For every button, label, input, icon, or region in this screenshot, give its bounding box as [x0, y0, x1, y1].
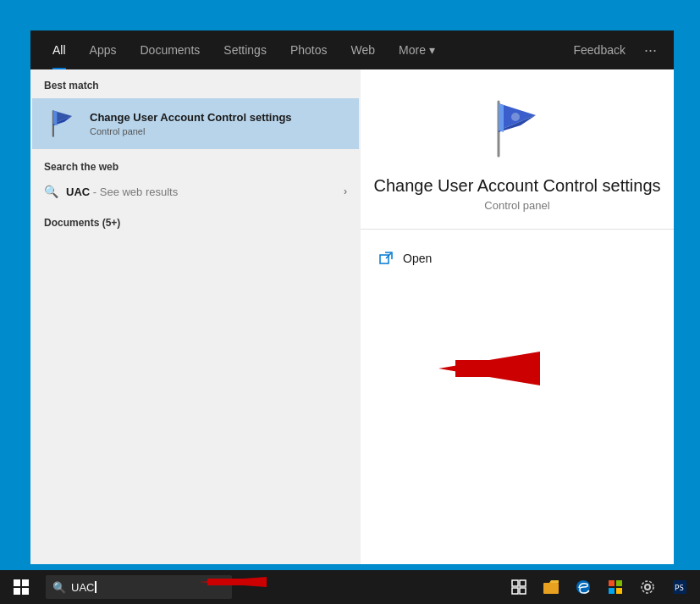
- svg-rect-25: [609, 580, 615, 586]
- more-options-button[interactable]: ···: [637, 42, 664, 59]
- app-category: Control panel: [484, 199, 549, 212]
- svg-marker-9: [499, 103, 504, 132]
- svg-rect-20: [520, 580, 526, 586]
- tab-more[interactable]: More ▾: [387, 30, 447, 69]
- svg-text:PS: PS: [675, 584, 684, 592]
- app-icon-large: [483, 95, 551, 163]
- open-icon: [378, 250, 394, 267]
- left-panel: Best match Change User Account: [30, 69, 361, 564]
- nav-bar: All Apps Documents Settings Photos Web M…: [30, 30, 674, 69]
- feedback-button[interactable]: Feedback: [562, 43, 637, 57]
- best-match-label: Best match: [30, 69, 361, 98]
- search-bar-icon: 🔍: [52, 581, 66, 594]
- best-match-item[interactable]: Change User Account Control settings Con…: [32, 98, 359, 149]
- taskbar-icons: PS: [505, 570, 700, 604]
- tab-photos[interactable]: Photos: [278, 30, 339, 69]
- store-button[interactable]: [602, 570, 629, 604]
- svg-point-29: [645, 585, 650, 590]
- main-content: Best match Change User Account: [30, 69, 674, 564]
- edge-button[interactable]: [570, 570, 597, 604]
- svg-marker-4: [53, 110, 57, 125]
- svg-rect-15: [14, 579, 20, 586]
- powershell-button[interactable]: PS: [666, 570, 693, 604]
- text-cursor: [95, 581, 96, 593]
- right-panel: Change User Account Control settings Con…: [361, 69, 674, 564]
- divider: [361, 229, 674, 230]
- open-button-row[interactable]: Open: [361, 243, 674, 274]
- svg-rect-22: [520, 588, 526, 594]
- tab-web[interactable]: Web: [339, 30, 387, 69]
- settings-button[interactable]: [634, 570, 661, 604]
- start-button[interactable]: [0, 570, 42, 604]
- tab-documents[interactable]: Documents: [128, 30, 212, 69]
- search-overlay: All Apps Documents Settings Photos Web M…: [30, 30, 674, 564]
- best-match-title: Change User Account Control settings: [90, 111, 292, 125]
- documents-label: Documents (5+): [30, 205, 361, 234]
- svg-point-30: [642, 581, 653, 593]
- file-explorer-button[interactable]: [537, 570, 565, 604]
- tab-apps[interactable]: Apps: [78, 30, 129, 69]
- taskbar: 🔍 UAC: [0, 570, 700, 604]
- svg-rect-21: [512, 588, 518, 594]
- web-search-item[interactable]: 🔍 UAC - See web results ›: [30, 178, 361, 205]
- app-icon-small: [46, 107, 80, 141]
- svg-rect-27: [609, 588, 615, 594]
- best-match-text: Change User Account Control settings Con…: [90, 111, 292, 137]
- svg-point-10: [511, 113, 520, 121]
- tab-all[interactable]: All: [41, 30, 78, 69]
- search-bar[interactable]: 🔍 UAC: [46, 575, 232, 599]
- desktop: All Apps Documents Settings Photos Web M…: [0, 0, 700, 604]
- search-icon: 🔍: [44, 185, 58, 198]
- app-title: Change User Account Control settings: [373, 176, 660, 196]
- search-input-text: UAC: [71, 581, 94, 594]
- svg-rect-28: [616, 588, 622, 594]
- svg-rect-17: [14, 588, 20, 595]
- web-search-main: UAC - See web results: [66, 186, 344, 198]
- best-match-subtitle: Control panel: [90, 126, 292, 136]
- task-view-button[interactable]: [505, 570, 532, 604]
- svg-rect-16: [22, 579, 29, 586]
- tab-settings[interactable]: Settings: [212, 30, 278, 69]
- svg-rect-26: [616, 580, 622, 586]
- svg-rect-19: [512, 580, 518, 586]
- svg-rect-18: [22, 588, 29, 595]
- open-label: Open: [403, 252, 432, 265]
- search-web-label: Search the web: [30, 149, 361, 178]
- svg-rect-23: [543, 583, 559, 594]
- chevron-right-icon: ›: [344, 186, 347, 197]
